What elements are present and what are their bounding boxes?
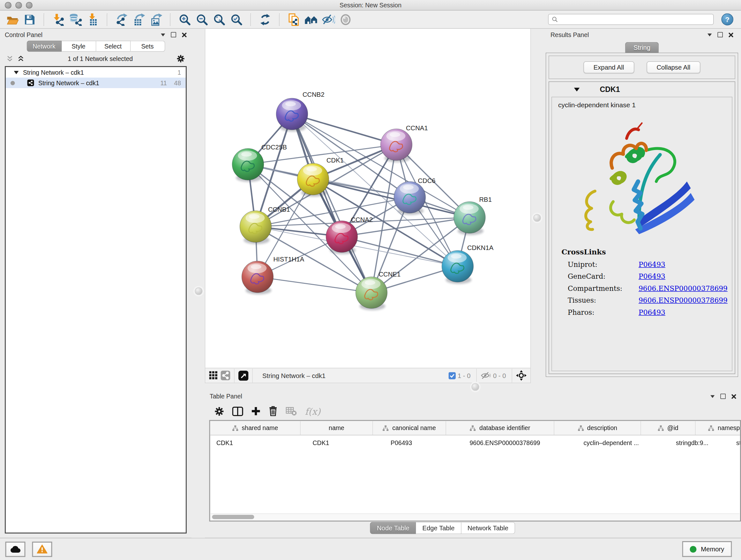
node-label: CCNA2 [351, 216, 373, 223]
column-header[interactable]: description [554, 421, 641, 435]
export-table-button[interactable] [131, 12, 146, 26]
network-edge[interactable] [258, 277, 372, 293]
collapse-all-button[interactable]: Collapse All [647, 61, 700, 73]
string-home-button[interactable] [304, 12, 319, 26]
crosslink-link[interactable]: 9606.ENSP00000378699 [638, 285, 728, 292]
close-panel-icon[interactable] [729, 32, 733, 37]
scrollbar-thumb[interactable] [212, 515, 254, 519]
show-glass-button[interactable] [338, 12, 353, 26]
network-graph[interactable]: CCNB2CCNA1CDC25BCDK1CDC6RB1CCNB1CCNA2CDK… [205, 29, 531, 368]
network-edge[interactable] [292, 114, 396, 145]
splitter-handle[interactable] [195, 287, 203, 295]
table-row[interactable]: CDK1CDK1P064939606.ENSP00000378699cyclin… [210, 435, 740, 450]
table-cell[interactable]: stringdb:9... [670, 435, 730, 450]
table-gear-icon[interactable] [214, 407, 224, 416]
panel-menu-icon[interactable] [708, 33, 712, 36]
table-cell[interactable]: cyclin–dependent ... [577, 435, 670, 450]
table-cell[interactable]: P06493 [385, 435, 464, 450]
show-columns-icon[interactable] [232, 407, 244, 416]
column-header[interactable]: canonical name [373, 421, 447, 435]
table-cell[interactable]: CDK1 [210, 435, 307, 450]
selected-checkbox-icon[interactable] [448, 372, 456, 379]
memory-button[interactable]: Memory [682, 541, 732, 557]
import-table-button[interactable] [85, 12, 100, 26]
apply-layout-button[interactable] [258, 12, 273, 26]
network-collection-row[interactable]: String Network – cdk1 1 [6, 67, 186, 78]
hidden-eye-slash-icon[interactable] [481, 372, 491, 379]
table-hscrollbar[interactable] [211, 513, 740, 520]
panel-menu-icon[interactable] [711, 395, 715, 398]
tab-node-table[interactable]: Node Table [370, 522, 416, 534]
tab-network-table[interactable]: Network Table [461, 522, 515, 534]
column-header[interactable]: @id [641, 421, 696, 435]
delete-column-icon[interactable] [269, 406, 278, 416]
crosslink-row: Tissues:9606.ENSP00000378699 [552, 297, 732, 304]
network-badge-icon[interactable] [221, 371, 230, 380]
help-button[interactable]: ? [722, 13, 734, 25]
results-tab-string[interactable]: String [625, 42, 659, 53]
expand-all-button[interactable]: Expand All [583, 61, 634, 73]
crosslink-row: Uniprot:P06493 [552, 260, 732, 268]
float-panel-icon[interactable] [721, 394, 726, 399]
pan-crosshair-icon[interactable] [516, 370, 527, 381]
left-splitter[interactable] [192, 29, 205, 538]
collapse-all-chevrons-icon[interactable] [18, 55, 24, 62]
gear-icon[interactable] [177, 54, 185, 63]
table-cell[interactable]: 9606.ENSP00000378699 [463, 435, 577, 450]
open-session-button[interactable] [5, 12, 20, 26]
tab-sets[interactable]: Sets [131, 41, 165, 52]
splitter-handle[interactable] [533, 214, 541, 222]
column-header[interactable]: name [300, 421, 373, 435]
toolbar-separator [107, 13, 108, 25]
column-header[interactable]: shared name [210, 421, 301, 435]
search-input[interactable] [560, 16, 710, 23]
delete-table-icon[interactable] [286, 407, 297, 415]
right-splitter[interactable] [531, 29, 543, 383]
crosslink-link[interactable]: P06493 [638, 308, 665, 316]
create-column-icon[interactable] [252, 407, 261, 416]
function-builder-button[interactable]: f(x) [305, 406, 321, 416]
import-network-from-database-button[interactable] [68, 12, 83, 26]
import-network-button[interactable] [51, 12, 66, 26]
hide-glass-button[interactable] [321, 12, 336, 26]
network-canvas[interactable]: CCNB2CCNA1CDC25BCDK1CDC6RB1CCNB1CCNA2CDK… [205, 29, 531, 368]
crosslink-link[interactable]: 9606.ENSP00000378699 [638, 297, 728, 304]
column-header[interactable]: namespace [696, 421, 741, 435]
tab-select[interactable]: Select [96, 41, 131, 52]
network-row-selected[interactable]: String Network – cdk1 11 48 [6, 78, 186, 88]
horizontal-splitter[interactable] [205, 383, 741, 390]
network-edge[interactable] [292, 114, 372, 293]
cloud-tasks-button[interactable] [5, 542, 25, 557]
gene-section-header[interactable]: CDK1 [549, 82, 735, 97]
expand-all-chevrons-icon[interactable] [7, 55, 13, 62]
tab-style[interactable]: Style [62, 41, 96, 52]
float-panel-icon[interactable] [171, 32, 177, 38]
close-panel-icon[interactable] [182, 32, 187, 37]
zoom-in-button[interactable] [177, 12, 192, 26]
save-session-button[interactable] [22, 12, 37, 26]
splitter-handle[interactable] [472, 383, 479, 391]
float-panel-icon[interactable] [718, 32, 723, 38]
duplicate-network-button[interactable] [286, 12, 301, 26]
tab-network[interactable]: Network [26, 41, 62, 52]
column-header[interactable]: database identifier [446, 421, 554, 435]
export-network-button[interactable] [114, 12, 129, 26]
crosslink-link[interactable]: P06493 [638, 260, 665, 268]
zoom-out-button[interactable] [194, 12, 210, 26]
grid-view-icon[interactable] [209, 371, 218, 380]
collection-expanded-icon[interactable] [14, 71, 19, 74]
zoom-fit-button[interactable] [212, 12, 227, 26]
zoom-selected-button[interactable] [229, 12, 244, 26]
table-toolbar: f(x) [205, 402, 741, 420]
tab-edge-table[interactable]: Edge Table [416, 522, 461, 534]
table-cell[interactable]: CDK1 [307, 435, 385, 450]
save-icon [24, 14, 36, 25]
panel-menu-icon[interactable] [161, 33, 165, 36]
close-panel-icon[interactable] [731, 394, 736, 399]
warnings-button[interactable] [32, 542, 52, 557]
export-image-button[interactable] [148, 12, 164, 26]
crosslink-link[interactable]: P06493 [638, 273, 665, 280]
section-expanded-icon[interactable] [574, 87, 580, 91]
table-cell[interactable]: stringdb [730, 435, 741, 450]
birds-eye-view-icon[interactable] [239, 370, 249, 381]
